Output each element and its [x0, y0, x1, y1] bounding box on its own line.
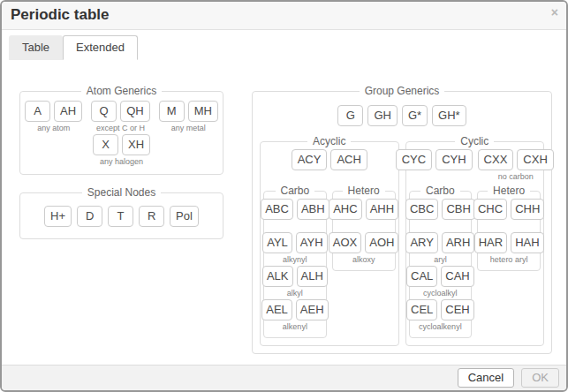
- group-button-ayl[interactable]: AYL: [262, 232, 292, 253]
- group-button-abh[interactable]: ABH: [297, 199, 329, 220]
- group-button-ary[interactable]: ARY: [405, 232, 438, 253]
- atom-button-qh[interactable]: QH: [120, 101, 150, 122]
- group-caption: alkoxy: [352, 255, 375, 265]
- tab-extended[interactable]: Extended: [63, 35, 138, 60]
- group-button-aeh[interactable]: AEH: [296, 299, 329, 320]
- group-button-chh[interactable]: CHH: [511, 199, 544, 220]
- group-button-hah[interactable]: HAH: [511, 232, 543, 253]
- group-pair: CEL CEH cycloalkenyl: [406, 299, 474, 332]
- group-pair: AHC AHH: [329, 199, 398, 231]
- special-button-t[interactable]: T: [108, 206, 133, 227]
- group-button-gh[interactable]: GH: [367, 105, 398, 126]
- group-caption: hetero aryl: [490, 255, 528, 265]
- group-button-chc[interactable]: CHC: [473, 199, 507, 220]
- group-pair: AYL AYH alkynyl: [262, 232, 327, 265]
- group-button-g-star[interactable]: G*: [402, 105, 428, 126]
- dialog-header: Periodic table ×: [2, 2, 566, 30]
- group-button-ach[interactable]: ACH: [330, 149, 367, 170]
- group-button-cxx[interactable]: CXX: [478, 149, 514, 170]
- atom-group-any-metal: M MH any metal: [159, 101, 218, 133]
- group-button-cah[interactable]: CAH: [441, 266, 473, 287]
- cyclic-top-row: CYC CYH CXX CXH no carbon: [409, 149, 541, 182]
- acyclic-top-row: ACY ACH: [263, 149, 396, 182]
- group-button-har[interactable]: HAR: [474, 232, 507, 253]
- group-button-abc[interactable]: ABC: [261, 199, 293, 220]
- group-pair: CAL CAH cycloalkyl: [406, 266, 474, 298]
- cyclic-carbo-fieldset: Carbo CBC CBH: [409, 185, 473, 338]
- cancel-button[interactable]: Cancel: [458, 368, 514, 388]
- group-button-aoh[interactable]: AOH: [365, 232, 398, 253]
- acyclic-sub-row: Carbo ABC ABH: [263, 185, 396, 338]
- ok-button[interactable]: OK: [521, 368, 559, 388]
- acyclic-fieldset: Acyclic ACY ACH: [260, 135, 399, 346]
- group-button-cbh[interactable]: CBH: [442, 199, 474, 220]
- group-pair: AOX AOH alkoxy: [329, 232, 399, 265]
- group-generics-legend: Group Generics: [360, 85, 445, 97]
- left-column: Atom Generics A AH any atom Q QH: [19, 85, 223, 365]
- right-column: Group Generics G GH G* GH* Acyclic: [252, 85, 552, 365]
- cyclic-group: CYC CYH: [396, 149, 473, 182]
- group-caption: aryl: [434, 255, 447, 265]
- group-generics-row: G GH G* GH*: [258, 105, 546, 126]
- atom-button-a[interactable]: A: [25, 101, 50, 122]
- acyclic-cyclic-row: Acyclic ACY ACH: [258, 135, 546, 346]
- atom-button-m[interactable]: M: [159, 101, 185, 122]
- acyclic-group: ACY ACH: [292, 149, 367, 182]
- periodic-table-dialog: Periodic table × Table Extended Atom Gen…: [0, 0, 568, 392]
- group-button-acy[interactable]: ACY: [292, 149, 328, 170]
- group-pair: CHC CHH: [473, 199, 544, 231]
- group-button-cxh[interactable]: CXH: [517, 149, 553, 170]
- group-button-g[interactable]: G: [337, 105, 363, 126]
- group-button-gh-star[interactable]: GH*: [432, 105, 466, 126]
- atom-generics-row-2: X XH any halogen: [26, 134, 217, 167]
- special-button-pol[interactable]: Pol: [170, 206, 199, 227]
- group-button-alk[interactable]: ALK: [262, 266, 293, 287]
- special-nodes-fieldset: Special Nodes H+ D T R Pol: [19, 186, 223, 239]
- special-button-h-plus[interactable]: H+: [44, 206, 72, 227]
- group-button-aox[interactable]: AOX: [329, 232, 361, 253]
- group-button-cbc[interactable]: CBC: [405, 199, 438, 220]
- group-button-ael[interactable]: AEL: [261, 299, 292, 320]
- group-button-cal[interactable]: CAL: [406, 266, 437, 287]
- group-pair: ABC ABH: [261, 199, 329, 231]
- group-caption: any halogen: [100, 157, 143, 167]
- cyclic-hetero-fieldset: Hetero CHC CHH: [477, 185, 541, 271]
- atom-button-x[interactable]: X: [93, 134, 118, 155]
- atom-button-ah[interactable]: AH: [54, 101, 82, 122]
- group-caption: cycloalkyl: [423, 289, 458, 298]
- group-button-ahc[interactable]: AHC: [329, 199, 361, 220]
- acyclic-carbo-fieldset: Carbo ABC ABH: [263, 185, 327, 338]
- group-pair: ARY ARH aryl: [405, 232, 474, 265]
- group-button-ceh[interactable]: CEH: [441, 299, 473, 320]
- atom-generics-fieldset: Atom Generics A AH any atom Q QH: [19, 85, 223, 175]
- dialog-footer: Cancel OK: [2, 365, 566, 390]
- group-generics-fieldset: Group Generics G GH G* GH* Acyclic: [252, 85, 552, 354]
- acyclic-legend: Acyclic: [307, 135, 351, 147]
- special-button-d[interactable]: D: [77, 206, 102, 227]
- group-pair: AEL AEH alkenyl: [261, 299, 328, 332]
- carbo-legend: Carbo: [420, 185, 460, 197]
- group-button-arh[interactable]: ARH: [442, 232, 474, 253]
- atom-button-mh[interactable]: MH: [188, 101, 218, 122]
- extended-tab-content: Atom Generics A AH any atom Q QH: [2, 60, 566, 365]
- group-button-ayh[interactable]: AYH: [296, 232, 328, 253]
- close-icon[interactable]: ×: [551, 6, 558, 19]
- group-button-alh[interactable]: ALH: [297, 266, 328, 287]
- group-button-ahh[interactable]: AHH: [366, 199, 398, 220]
- special-button-r[interactable]: R: [139, 206, 164, 227]
- group-button-cyc[interactable]: CYC: [396, 149, 432, 170]
- tab-table[interactable]: Table: [9, 35, 63, 60]
- atom-button-xh[interactable]: XH: [122, 134, 150, 155]
- atom-generics-legend: Atom Generics: [81, 85, 162, 97]
- group-caption: except C or H: [96, 124, 145, 133]
- group-caption: alkenyl: [283, 322, 307, 332]
- cyclic-fieldset: Cyclic CYC CYH CXX: [405, 135, 545, 346]
- atom-button-q[interactable]: Q: [91, 101, 117, 122]
- group-button-cel[interactable]: CEL: [406, 299, 437, 320]
- cyclic-sub-row: Carbo CBC CBH: [409, 185, 541, 338]
- group-button-cyh[interactable]: CYH: [435, 149, 472, 170]
- group-caption: no carbon: [498, 172, 534, 182]
- carbo-legend: Carbo: [276, 185, 315, 197]
- cyclic-legend: Cyclic: [455, 135, 494, 147]
- atom-group-except-c-or-h: Q QH except C or H: [91, 101, 150, 133]
